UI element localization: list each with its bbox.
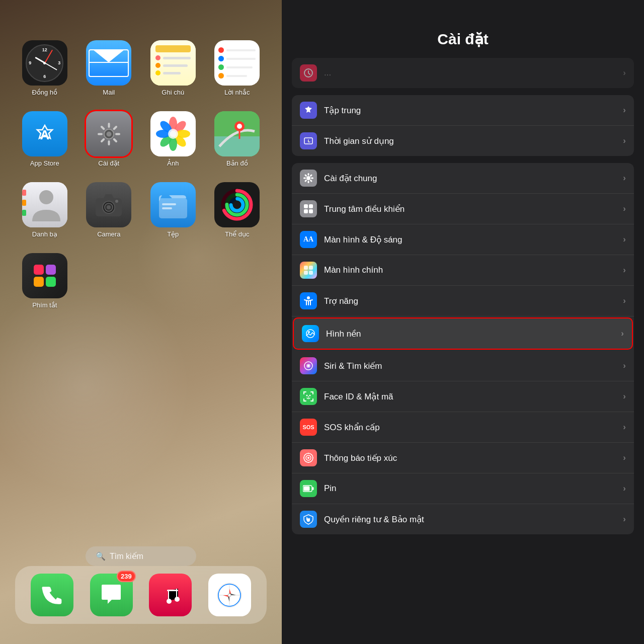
app-item-settings[interactable]: Cài đặt: [79, 111, 139, 167]
app-item-fitness[interactable]: Thể dục: [208, 182, 267, 238]
privacy-chevron: ›: [623, 514, 626, 524]
app-item-clock[interactable]: 12 3 6 9 Đồng hồ: [15, 40, 74, 96]
shortcuts-label: Phím tắt: [32, 301, 57, 309]
homescreen-chevron: ›: [623, 265, 626, 275]
contacts-label: Danh bạ: [32, 230, 57, 238]
maps-icon: [214, 111, 260, 156]
app-item-files[interactable]: Tệp: [143, 182, 203, 238]
settings-row-sos[interactable]: SOS SOS khẩn cấp ›: [292, 412, 634, 443]
reminders-icon: [214, 40, 260, 86]
svg-point-92: [303, 457, 304, 458]
fitness-icon: [214, 182, 260, 227]
svg-rect-72: [304, 209, 308, 213]
svg-rect-69: [304, 174, 307, 177]
display-icon: AA: [300, 231, 317, 248]
svg-rect-65: [309, 179, 312, 182]
search-bar-text: Tìm kiếm: [110, 551, 143, 561]
reminders-label: Lời nhắc: [224, 89, 250, 96]
settings-row-focus[interactable]: Tập trung ›: [292, 95, 634, 126]
dock-app-safari[interactable]: [208, 574, 251, 616]
app-item-camera[interactable]: Camera: [79, 182, 139, 238]
dock: 239: [15, 566, 267, 624]
sos-label: SOS khẩn cấp: [324, 422, 623, 433]
contact-exposure-icon: [300, 449, 317, 466]
general-icon: [300, 170, 317, 187]
app-item-contacts[interactable]: Danh bạ: [15, 182, 74, 238]
settings-row-screen-time[interactable]: Thời gian sử dụng ›: [292, 126, 634, 156]
general-chevron: ›: [623, 173, 626, 183]
settings-row-wallpaper[interactable]: Hình nền ›: [293, 317, 633, 350]
settings-row-siri[interactable]: Siri & Tìm kiếm ›: [292, 351, 634, 381]
svg-rect-47: [34, 277, 44, 287]
app-item-maps[interactable]: Bản đồ: [208, 111, 267, 167]
sos-icon: SOS: [300, 419, 317, 436]
svg-rect-46: [46, 265, 56, 275]
appstore-label: App Store: [30, 159, 59, 167]
app-item-notes[interactable]: Ghi chú: [143, 40, 203, 96]
screen-time-chevron: ›: [623, 136, 626, 146]
siri-chevron: ›: [623, 361, 626, 371]
mail-label: Mail: [103, 89, 115, 96]
appstore-icon: A: [22, 111, 67, 156]
app-item-reminders[interactable]: Lời nhắc: [208, 40, 267, 96]
accessibility-icon: [300, 292, 317, 309]
settings-row-homescreen[interactable]: Màn hình chính ›: [292, 255, 634, 286]
app-item-shortcuts[interactable]: Phím tắt: [15, 253, 74, 309]
svg-rect-8: [98, 133, 103, 135]
svg-rect-95: [304, 487, 310, 491]
app-item-appstore[interactable]: A App Store: [15, 111, 74, 167]
search-bar[interactable]: 🔍 Tìm kiếm: [86, 546, 196, 566]
mail-icon: [86, 40, 131, 86]
settings-row-general[interactable]: Cài đặt chung ›: [292, 163, 634, 194]
settings-row-battery[interactable]: Pin ›: [292, 473, 634, 504]
svg-point-80: [308, 331, 310, 333]
notes-icon: [150, 40, 196, 86]
dock-app-messages[interactable]: 239: [90, 574, 133, 616]
svg-point-11: [106, 131, 111, 136]
messages-icon: 239: [90, 574, 133, 616]
faceid-label: Face ID & Mật mã: [324, 391, 623, 402]
right-panel-settings: Cài đặt ... › Tập trung ›: [282, 0, 644, 644]
dock-app-music[interactable]: [149, 574, 192, 616]
svg-rect-5: [113, 137, 118, 142]
svg-point-34: [107, 205, 111, 209]
wallpaper-icon: [302, 325, 319, 342]
settings-row-display[interactable]: AA Màn hình & Độ sáng ›: [292, 224, 634, 255]
svg-point-61: [306, 176, 310, 180]
svg-point-78: [307, 296, 310, 299]
settings-row-partial[interactable]: ... ›: [292, 58, 634, 88]
svg-point-21: [168, 129, 178, 139]
general-label: Cài đặt chung: [324, 173, 623, 184]
svg-rect-64: [311, 178, 313, 179]
svg-point-85: [309, 395, 311, 396]
settings-icon: [86, 111, 131, 156]
settings-row-faceid[interactable]: Face ID & Mật mã ›: [292, 381, 634, 412]
app-grid: 12 3 6 9 Đồng hồ: [15, 40, 267, 309]
control-center-label: Trung tâm điều khiển: [324, 204, 623, 214]
svg-point-90: [312, 457, 313, 458]
settings-row-privacy[interactable]: Quyền riêng tư & Bảo mật ›: [292, 504, 634, 534]
homescreen-label: Màn hình chính: [324, 265, 623, 275]
contact-exposure-label: Thông báo tiếp xúc: [324, 453, 623, 463]
svg-rect-73: [309, 209, 313, 213]
svg-rect-6: [108, 140, 110, 145]
settings-row-control-center[interactable]: Trung tâm điều khiển ›: [292, 194, 634, 224]
display-label: Màn hình & Độ sáng: [324, 234, 623, 245]
contact-exposure-chevron: ›: [623, 453, 626, 463]
focus-icon: [300, 102, 317, 119]
app-item-mail[interactable]: Mail: [79, 40, 139, 96]
partial-settings-section: ... ›: [292, 58, 634, 88]
settings-title: Cài đặt: [292, 30, 634, 48]
focus-chevron: ›: [623, 105, 626, 115]
app-item-photos[interactable]: Ảnh: [143, 111, 203, 167]
svg-point-30: [39, 190, 53, 204]
accessibility-label: Trợ năng: [324, 296, 623, 306]
dock-app-phone[interactable]: [31, 574, 73, 616]
settings-row-accessibility[interactable]: Trợ năng ›: [292, 286, 634, 316]
svg-rect-52: [168, 591, 169, 602]
music-icon: [149, 574, 192, 616]
settings-row-contact-exposure[interactable]: Thông báo tiếp xúc ›: [292, 443, 634, 473]
clock-label: Đồng hồ: [32, 89, 57, 96]
svg-point-83: [307, 365, 309, 367]
settings-section-1: Tập trung › Thời gian sử dụng ›: [292, 95, 634, 156]
